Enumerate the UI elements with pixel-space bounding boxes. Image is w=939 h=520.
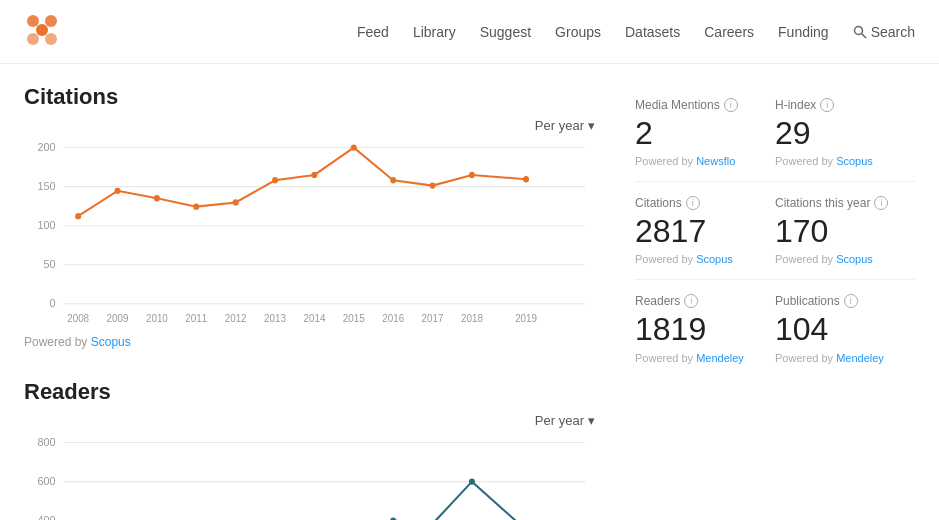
stat-h-index: H-index i 29 Powered by Scopus xyxy=(775,84,915,182)
svg-point-36 xyxy=(351,144,357,150)
readers-stat-source-link[interactable]: Mendeley xyxy=(696,352,744,364)
svg-text:2013: 2013 xyxy=(264,312,286,323)
svg-text:2016: 2016 xyxy=(382,312,404,323)
svg-text:2009: 2009 xyxy=(107,312,129,323)
citations-chart: 200 150 100 50 0 2008 2009 2010 2011 201… xyxy=(24,137,595,327)
svg-text:2014: 2014 xyxy=(303,312,325,323)
media-mentions-source-link[interactable]: Newsflo xyxy=(696,155,735,167)
left-panel: Citations Per year ▾ 200 xyxy=(24,84,635,520)
readers-controls: Per year ▾ xyxy=(24,413,595,428)
citations-this-year-info-icon[interactable]: i xyxy=(874,196,888,210)
logo xyxy=(24,12,60,51)
svg-point-39 xyxy=(469,172,475,178)
citations-stat-source-link[interactable]: Scopus xyxy=(696,253,733,265)
nav-library[interactable]: Library xyxy=(413,24,456,40)
media-mentions-value: 2 xyxy=(635,116,755,151)
search-icon xyxy=(853,25,867,39)
nav-feed[interactable]: Feed xyxy=(357,24,389,40)
publications-label: Publications xyxy=(775,294,840,308)
stat-citations: Citations i 2817 Powered by Scopus xyxy=(635,182,775,280)
readers-label: Readers xyxy=(635,294,680,308)
media-mentions-label: Media Mentions xyxy=(635,98,720,112)
svg-text:400: 400 xyxy=(37,513,55,520)
svg-text:2010: 2010 xyxy=(146,312,168,323)
svg-point-40 xyxy=(523,176,529,182)
citations-this-year-source: Powered by Scopus xyxy=(775,253,907,265)
header: Feed Library Suggest Groups Datasets Car… xyxy=(0,0,939,64)
citations-stat-source: Powered by Scopus xyxy=(635,253,755,265)
stat-publications: Publications i 104 Powered by Mendeley xyxy=(775,280,915,377)
svg-point-3 xyxy=(45,33,57,45)
publications-source: Powered by Mendeley xyxy=(775,352,907,364)
h-index-info-icon[interactable]: i xyxy=(820,98,834,112)
stats-grid: Media Mentions i 2 Powered by Newsflo H-… xyxy=(635,84,915,378)
svg-point-35 xyxy=(311,172,317,178)
main-content: Citations Per year ▾ 200 xyxy=(0,64,939,520)
citations-this-year-label: Citations this year xyxy=(775,196,870,210)
h-index-value: 29 xyxy=(775,116,907,151)
citations-label: Citations xyxy=(635,196,682,210)
readers-value: 1819 xyxy=(635,312,755,347)
nav-datasets[interactable]: Datasets xyxy=(625,24,680,40)
readers-per-year-button[interactable]: Per year ▾ xyxy=(535,413,595,428)
nav-careers[interactable]: Careers xyxy=(704,24,754,40)
svg-point-29 xyxy=(75,213,81,219)
svg-text:2017: 2017 xyxy=(422,312,444,323)
citations-info-icon[interactable]: i xyxy=(686,196,700,210)
search-button[interactable]: Search xyxy=(853,24,915,40)
citations-section: Citations Per year ▾ 200 xyxy=(24,84,595,349)
svg-point-73 xyxy=(469,478,475,484)
svg-point-33 xyxy=(233,199,239,205)
publications-value: 104 xyxy=(775,312,907,347)
media-mentions-info-icon[interactable]: i xyxy=(724,98,738,112)
svg-point-4 xyxy=(36,24,48,36)
svg-point-5 xyxy=(854,26,862,34)
h-index-label: H-index xyxy=(775,98,816,112)
svg-point-30 xyxy=(115,188,121,194)
stat-media-mentions: Media Mentions i 2 Powered by Newsflo xyxy=(635,84,775,182)
nav-funding[interactable]: Funding xyxy=(778,24,829,40)
readers-info-icon[interactable]: i xyxy=(684,294,698,308)
citations-powered-by: Powered by Scopus xyxy=(24,335,595,349)
stat-readers: Readers i 1819 Powered by Mendeley xyxy=(635,280,775,377)
svg-text:2012: 2012 xyxy=(225,312,247,323)
stat-citations-this-year: Citations this year i 170 Powered by Sco… xyxy=(775,182,915,280)
chevron-down-icon: ▾ xyxy=(588,413,595,428)
chevron-down-icon: ▾ xyxy=(588,118,595,133)
svg-text:600: 600 xyxy=(37,474,55,486)
main-nav: Feed Library Suggest Groups Datasets Car… xyxy=(357,24,915,40)
media-mentions-source: Powered by Newsflo xyxy=(635,155,755,167)
svg-text:0: 0 xyxy=(49,297,55,309)
citations-this-year-source-link[interactable]: Scopus xyxy=(836,253,873,265)
svg-text:2008: 2008 xyxy=(67,312,89,323)
svg-point-31 xyxy=(154,195,160,201)
publications-source-link[interactable]: Mendeley xyxy=(836,352,884,364)
nav-groups[interactable]: Groups xyxy=(555,24,601,40)
svg-line-6 xyxy=(861,33,866,38)
h-index-source-link[interactable]: Scopus xyxy=(836,155,873,167)
svg-point-34 xyxy=(272,177,278,183)
nav-suggest[interactable]: Suggest xyxy=(480,24,531,40)
readers-section: Readers Per year ▾ 800 6 xyxy=(24,379,595,520)
readers-title: Readers xyxy=(24,379,595,405)
svg-point-2 xyxy=(27,33,39,45)
svg-text:2015: 2015 xyxy=(343,312,365,323)
readers-chart: 800 600 400 200 0 2008 2009 2010 2011 20… xyxy=(24,432,595,520)
svg-point-38 xyxy=(430,182,436,188)
citations-source-link[interactable]: Scopus xyxy=(91,335,131,349)
svg-text:2019: 2019 xyxy=(515,312,537,323)
svg-text:800: 800 xyxy=(37,435,55,447)
svg-text:100: 100 xyxy=(37,218,55,230)
svg-text:2018: 2018 xyxy=(461,312,483,323)
citations-value: 2817 xyxy=(635,214,755,249)
right-panel: Media Mentions i 2 Powered by Newsflo H-… xyxy=(635,84,915,520)
readers-stat-source: Powered by Mendeley xyxy=(635,352,755,364)
citations-this-year-value: 170 xyxy=(775,214,907,249)
citations-controls: Per year ▾ xyxy=(24,118,595,133)
citations-per-year-button[interactable]: Per year ▾ xyxy=(535,118,595,133)
svg-point-0 xyxy=(27,15,39,27)
citations-title: Citations xyxy=(24,84,595,110)
svg-point-37 xyxy=(390,177,396,183)
svg-text:200: 200 xyxy=(37,140,55,152)
publications-info-icon[interactable]: i xyxy=(844,294,858,308)
